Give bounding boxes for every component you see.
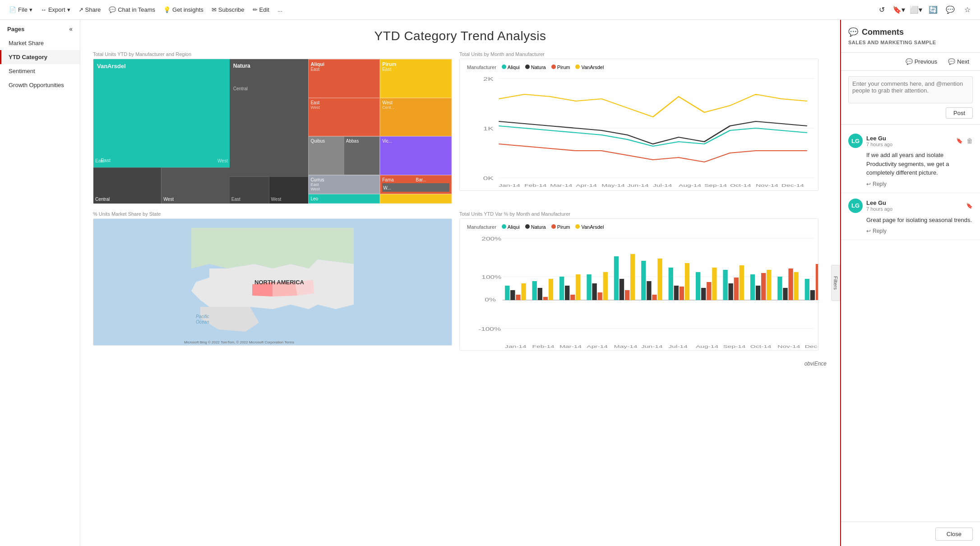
svg-rect-45 <box>598 292 602 300</box>
content-area: YTD Category Trend Analysis Total Units … <box>80 20 840 546</box>
chat-teams-button[interactable]: 💬 Chat in Teams <box>105 5 159 15</box>
linechart-chart[interactable]: Manufacturer Aliqui Natura Pirum VanArsd… <box>459 59 818 191</box>
svg-text:Jul-14: Jul-14 <box>653 183 672 188</box>
svg-rect-77 <box>816 264 818 300</box>
sidebar-item-growth-opportunities[interactable]: Growth Opportunities <box>0 78 80 92</box>
bookmark-button[interactable]: 🔖▾ <box>892 3 906 17</box>
linechart-title: Total Units by Month and Manufacturer <box>459 51 818 57</box>
svg-rect-75 <box>805 279 809 300</box>
comment-input[interactable] <box>848 76 973 103</box>
svg-rect-40 <box>565 286 569 300</box>
reply-button[interactable]: ↩ Reply <box>848 181 973 187</box>
treemap-chart[interactable]: VanArsdel East Central West <box>93 59 452 204</box>
svg-text:Aug-14: Aug-14 <box>679 183 701 188</box>
svg-text:Jan-14: Jan-14 <box>505 344 526 349</box>
svg-rect-38 <box>549 279 553 300</box>
star-button[interactable]: ☆ <box>960 3 975 17</box>
svg-rect-47 <box>614 256 619 300</box>
comments-button[interactable]: 💬 <box>943 3 957 17</box>
post-button[interactable]: Post <box>946 107 973 119</box>
svg-rect-65 <box>734 278 739 300</box>
bookmark-icon[interactable]: 🔖 <box>966 203 973 209</box>
comment-input-area: Post <box>841 71 980 125</box>
comment-text: If we add all years and isolate Producti… <box>848 151 973 177</box>
previous-icon: 💬 <box>906 58 913 65</box>
undo-button[interactable]: ↺ <box>874 3 889 17</box>
svg-text:200%: 200% <box>481 236 502 241</box>
get-insights-button[interactable]: 💡 Get insights <box>160 5 207 15</box>
svg-text:Apr-14: Apr-14 <box>587 344 608 349</box>
barchart-chart[interactable]: Manufacturer Aliqui Natura Pirum VanArsd… <box>459 218 818 351</box>
avatar: LG <box>848 199 863 213</box>
sidebar-item-ytd-category[interactable]: YTD Category <box>0 50 80 64</box>
barchart-title: Total Units YTD Var % by Month and Manuf… <box>459 211 818 217</box>
comments-footer: Close <box>841 522 980 546</box>
comment-item: LG Lee Gu 7 hours ago 🔖 Great page for i… <box>841 193 980 241</box>
comments-list: LG Lee Gu 7 hours ago 🔖 🗑 If we add all … <box>841 125 980 522</box>
next-button[interactable]: 💬 Next <box>944 56 973 67</box>
page-title: YTD Category Trend Analysis <box>80 20 840 48</box>
svg-text:Dec-14: Dec-14 <box>805 344 818 349</box>
export-chevron-icon: ▾ <box>67 6 70 13</box>
map-area: Pacific Ocean NORTH AMERICA Microsoft Bi… <box>93 219 452 345</box>
next-icon: 💬 <box>948 58 955 65</box>
svg-text:Mar-14: Mar-14 <box>550 183 572 188</box>
comment-time: 7 hours ago <box>866 142 949 147</box>
footer-brand: obviEnce <box>80 359 840 369</box>
svg-rect-51 <box>641 261 646 300</box>
bookmark-icon[interactable]: 🔖 <box>956 138 963 144</box>
edit-button[interactable]: ✏ Edit <box>249 5 273 15</box>
delete-icon[interactable]: 🗑 <box>966 137 973 144</box>
svg-rect-54 <box>657 259 662 300</box>
svg-text:Aug-14: Aug-14 <box>696 344 718 349</box>
mapchart-chart[interactable]: Pacific Ocean NORTH AMERICA Microsoft Bi… <box>93 218 452 346</box>
comment-item: LG Lee Gu 7 hours ago 🔖 🗑 If we add all … <box>841 128 980 193</box>
svg-rect-66 <box>740 265 744 300</box>
previous-button[interactable]: 💬 Previous <box>902 56 941 67</box>
svg-rect-63 <box>723 270 727 300</box>
comment-meta: Lee Gu 7 hours ago <box>866 199 959 212</box>
map-svg: Pacific Ocean NORTH AMERICA Microsoft Bi… <box>93 219 452 345</box>
view-button[interactable]: ⬜▾ <box>909 3 923 17</box>
svg-text:Feb-14: Feb-14 <box>532 344 555 349</box>
comment-author: Lee Gu <box>866 199 959 206</box>
refresh-button[interactable]: 🔄 <box>926 3 940 17</box>
svg-rect-71 <box>777 277 782 300</box>
svg-rect-31 <box>505 286 509 300</box>
svg-text:Sep-14: Sep-14 <box>723 344 745 349</box>
barchart-container: Total Units YTD Var % by Month and Manuf… <box>456 208 822 354</box>
subscribe-button[interactable]: ✉ Subscribe <box>208 5 248 15</box>
treemap-container: Total Units YTD by Manufacturer and Regi… <box>89 48 456 208</box>
svg-text:Nov-14: Nov-14 <box>756 183 778 188</box>
svg-text:0%: 0% <box>485 297 496 302</box>
svg-rect-74 <box>794 272 798 300</box>
svg-text:May-14: May-14 <box>601 183 625 188</box>
mapchart-title: % Units Market Share by State <box>93 211 452 217</box>
sidebar: Pages « Market Share YTD Category Sentim… <box>0 20 80 546</box>
svg-rect-69 <box>761 273 766 300</box>
svg-text:Jun-14: Jun-14 <box>641 344 662 349</box>
file-button[interactable]: 📄 File ▾ <box>5 5 36 15</box>
sidebar-item-market-share[interactable]: Market Share <box>0 36 80 50</box>
svg-text:Jan-14: Jan-14 <box>499 183 520 188</box>
toolbar: 📄 File ▾ ↔ Export ▾ ↗ Share 💬 Chat in Te… <box>0 0 980 20</box>
close-button[interactable]: Close <box>935 527 973 541</box>
svg-text:Feb-14: Feb-14 <box>524 183 546 188</box>
svg-rect-48 <box>619 279 624 300</box>
svg-text:Mar-14: Mar-14 <box>559 344 582 349</box>
sidebar-header: Pages « <box>0 20 80 36</box>
more-button[interactable]: ... <box>274 5 286 15</box>
sidebar-item-sentiment[interactable]: Sentiment <box>0 64 80 78</box>
reply-button[interactable]: ↩ Reply <box>848 228 973 234</box>
share-button[interactable]: ↗ Share <box>75 5 105 15</box>
export-button[interactable]: ↔ Export ▾ <box>37 5 74 15</box>
filters-toggle[interactable]: Filters <box>831 265 840 301</box>
svg-rect-50 <box>630 254 635 300</box>
svg-text:Apr-14: Apr-14 <box>576 183 597 188</box>
comment-icon: 💬 <box>848 27 858 37</box>
edit-icon: ✏ <box>253 6 258 13</box>
svg-rect-36 <box>538 288 542 300</box>
sidebar-collapse-button[interactable]: « <box>69 25 73 32</box>
svg-text:0K: 0K <box>483 176 494 181</box>
svg-rect-33 <box>516 295 520 300</box>
